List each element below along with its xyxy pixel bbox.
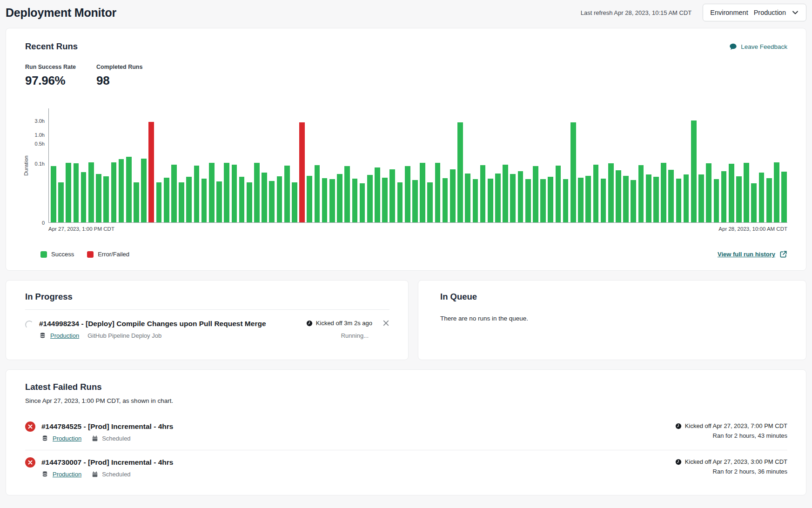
- chart-bar-success[interactable]: [443, 178, 448, 222]
- chart-bar-success[interactable]: [420, 163, 425, 222]
- chart-bar-success[interactable]: [638, 165, 644, 222]
- chart-bar-success[interactable]: [375, 167, 380, 222]
- chart-bar-success[interactable]: [111, 162, 117, 222]
- chart-bar-success[interactable]: [247, 182, 252, 222]
- chart-bar-success[interactable]: [616, 170, 621, 222]
- chart-bar-success[interactable]: [540, 179, 546, 222]
- chart-bar-success[interactable]: [74, 163, 79, 222]
- chart-bar-success[interactable]: [744, 163, 749, 222]
- chart-bar-success[interactable]: [563, 179, 569, 222]
- chart-bar-success[interactable]: [578, 178, 584, 223]
- chart-bar-success[interactable]: [344, 166, 350, 222]
- chart-bar-success[interactable]: [96, 174, 101, 222]
- chart-bar-success[interactable]: [360, 183, 365, 222]
- production-link[interactable]: Production: [53, 435, 81, 442]
- chart-bar-success[interactable]: [473, 179, 478, 222]
- chart-bar-success[interactable]: [480, 165, 486, 222]
- chart-bar-success[interactable]: [668, 170, 674, 222]
- chart-bar-success[interactable]: [186, 177, 192, 222]
- chart-bar-success[interactable]: [337, 174, 342, 222]
- chart-bar-success[interactable]: [518, 171, 523, 223]
- chart-bar-success[interactable]: [126, 157, 132, 222]
- chart-bar-success[interactable]: [329, 179, 335, 222]
- chart-bar-success[interactable]: [389, 169, 395, 222]
- chart-bar-success[interactable]: [239, 177, 245, 222]
- chart-bar-success[interactable]: [209, 163, 215, 222]
- chart-bar-success[interactable]: [352, 179, 358, 222]
- chart-bar-success[interactable]: [721, 171, 727, 223]
- chart-bar-success[interactable]: [216, 181, 222, 222]
- chart-bar-success[interactable]: [88, 162, 94, 222]
- chart-bar-success[interactable]: [631, 180, 636, 222]
- chart-bar-success[interactable]: [367, 175, 373, 222]
- chart-bar-success[interactable]: [653, 177, 659, 222]
- chart-bar-success[interactable]: [141, 159, 147, 222]
- chart-bar-success[interactable]: [382, 178, 388, 223]
- chart-bar-success[interactable]: [510, 174, 516, 222]
- chart-bar-failed[interactable]: [299, 122, 305, 222]
- environment-dropdown[interactable]: Environment Production: [703, 4, 806, 21]
- chart-bar-success[interactable]: [277, 176, 282, 222]
- chart-bar-success[interactable]: [194, 166, 200, 222]
- chart-bar-success[interactable]: [570, 122, 576, 222]
- chart-bar-success[interactable]: [307, 176, 312, 222]
- chart-bar-success[interactable]: [661, 163, 666, 222]
- chart-bar-success[interactable]: [435, 163, 441, 222]
- chart-bar-success[interactable]: [503, 165, 508, 223]
- chart-bar-success[interactable]: [608, 163, 614, 223]
- chart-bar-success[interactable]: [623, 176, 629, 222]
- chart-bar-success[interactable]: [322, 178, 328, 222]
- chart-bar-success[interactable]: [759, 173, 765, 222]
- chart-bar-success[interactable]: [81, 172, 87, 222]
- chart-bar-success[interactable]: [774, 162, 779, 222]
- view-full-run-history-link[interactable]: View full run history: [718, 250, 787, 258]
- chart-bar-success[interactable]: [593, 165, 599, 223]
- chart-bar-success[interactable]: [224, 163, 229, 222]
- chart-bar-success[interactable]: [714, 179, 719, 222]
- chart-bar-success[interactable]: [766, 178, 772, 222]
- chart-bar-success[interactable]: [232, 165, 237, 223]
- chart-bar-success[interactable]: [58, 182, 64, 222]
- chart-bar-success[interactable]: [179, 182, 184, 222]
- chart-bar-success[interactable]: [751, 183, 757, 222]
- chart-bar-success[interactable]: [412, 180, 418, 222]
- chart-bar-success[interactable]: [450, 169, 456, 222]
- chart-bar-success[interactable]: [781, 172, 787, 222]
- chart-bar-success[interactable]: [397, 182, 403, 222]
- production-link[interactable]: Production: [53, 471, 81, 478]
- chart-bar-success[interactable]: [427, 182, 433, 222]
- chart-bar-success[interactable]: [254, 163, 260, 222]
- chart-bar-success[interactable]: [457, 122, 463, 222]
- chart-bar-success[interactable]: [533, 166, 538, 222]
- leave-feedback-link[interactable]: Leave Feedback: [729, 43, 787, 51]
- cancel-run-button[interactable]: [383, 320, 389, 327]
- chart-bar-success[interactable]: [706, 163, 711, 223]
- chart-bar-success[interactable]: [495, 174, 501, 222]
- chart-bar-success[interactable]: [164, 178, 169, 223]
- chart-bar-success[interactable]: [548, 177, 553, 222]
- chart-bar-failed[interactable]: [148, 122, 154, 222]
- chart-bar-success[interactable]: [698, 174, 704, 222]
- chart-bar-success[interactable]: [66, 163, 71, 222]
- chart-bar-success[interactable]: [103, 176, 109, 222]
- chart-bar-success[interactable]: [405, 166, 410, 222]
- chart-bar-success[interactable]: [284, 166, 290, 222]
- chart-bar-success[interactable]: [134, 182, 139, 222]
- chart-bar-success[interactable]: [171, 165, 177, 223]
- production-link[interactable]: Production: [50, 332, 79, 339]
- chart-bar-success[interactable]: [525, 179, 531, 222]
- chart-bar-success[interactable]: [684, 174, 689, 222]
- chart-bar-success[interactable]: [51, 166, 56, 222]
- chart-bar-success[interactable]: [465, 174, 470, 222]
- chart-bar-success[interactable]: [292, 182, 297, 222]
- chart-bar-success[interactable]: [736, 176, 742, 222]
- chart-bar-success[interactable]: [201, 179, 207, 222]
- chart-bar-success[interactable]: [585, 176, 591, 222]
- chart-bar-success[interactable]: [119, 159, 124, 222]
- chart-bar-success[interactable]: [315, 165, 320, 222]
- chart-bar-success[interactable]: [601, 179, 606, 222]
- chart-bar-success[interactable]: [269, 181, 275, 222]
- chart-bar-success[interactable]: [676, 179, 682, 222]
- chart-bar-success[interactable]: [691, 120, 697, 223]
- chart-bar-success[interactable]: [156, 182, 162, 222]
